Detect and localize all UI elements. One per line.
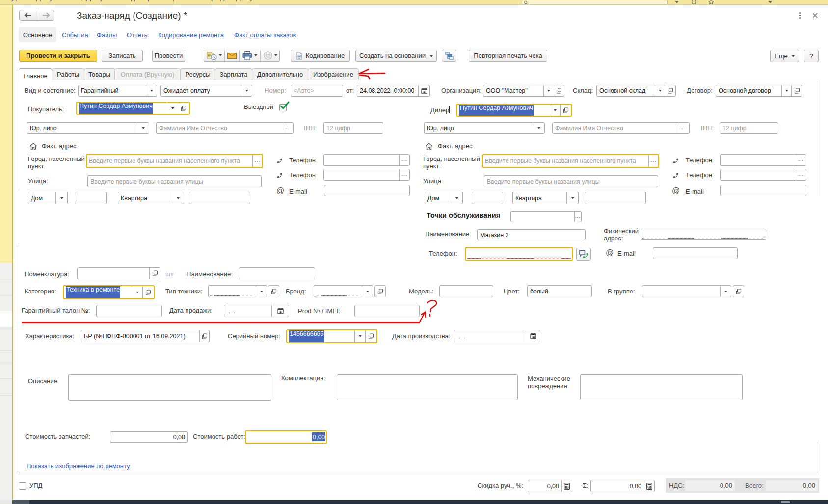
svg-text:ID: ID <box>298 56 300 59</box>
